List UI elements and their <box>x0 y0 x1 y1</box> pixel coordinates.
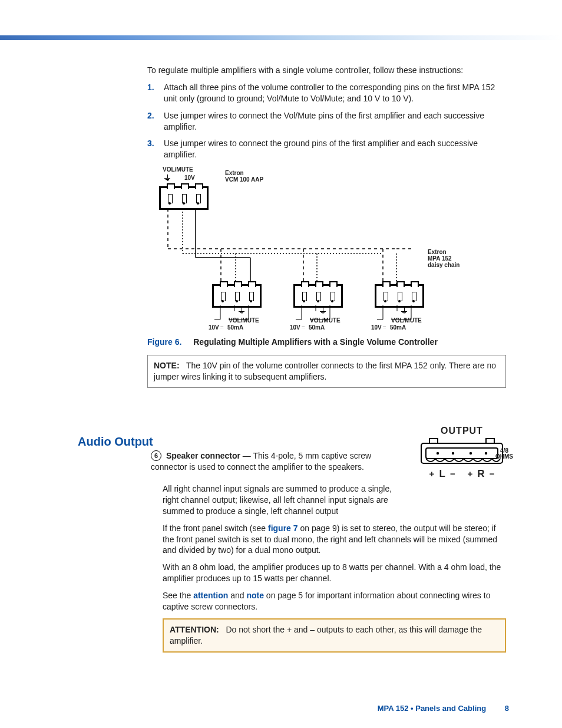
attention-box: ATTENTION: Do not short the + and – outp… <box>163 618 506 653</box>
para-frontpanel: If the front panel switch (see figure 7 … <box>163 523 506 556</box>
inset-lr-labels: + L − + R − <box>412 468 512 480</box>
footer-title: MPA 152 • Panels and Cabling <box>378 704 486 713</box>
figure-caption: Figure 6. Regulating Multiple Amplifiers… <box>147 337 506 347</box>
page-footer: MPA 152 • Panels and Cabling 8 <box>378 704 509 713</box>
svg-point-19 <box>485 452 487 454</box>
figure-6-diagram: VOL/MUTE 10V Extron VCM 100 AAP <box>159 166 459 331</box>
callout-6: 6 <box>151 450 161 461</box>
header-gradient <box>0 35 562 40</box>
steps-list: 1.Attach all three pins of the volume co… <box>147 82 506 160</box>
link-note[interactable]: note <box>246 591 264 600</box>
inset-title: OUTPUT <box>412 426 512 436</box>
step-1: 1.Attach all three pins of the volume co… <box>147 82 506 104</box>
svg-point-18 <box>470 452 472 454</box>
para-see: See the attention and note on page 5 for… <box>163 590 506 612</box>
figure-text: Regulating Multiple Amplifiers with a Si… <box>193 337 438 347</box>
wiring-bottom-svg <box>159 166 459 331</box>
speaker-connector-para: 6 Speaker connector — This 4-pole, 5 mm … <box>151 450 409 473</box>
note-text: The 10V pin of the volume controller con… <box>154 361 496 381</box>
inset-ohms: 4/8 OHMS <box>495 448 513 460</box>
para-load: With an 8 ohm load, the amplifier produc… <box>163 562 506 584</box>
intro-text: To regulate multiple amplifiers with a s… <box>147 65 506 76</box>
link-attention[interactable]: attention <box>193 591 228 600</box>
link-figure-7[interactable]: figure 7 <box>268 523 298 533</box>
note-label: NOTE: <box>154 361 180 370</box>
attention-label: ATTENTION: <box>170 625 219 634</box>
heading-audio-output: Audio Output <box>78 435 153 449</box>
svg-point-17 <box>452 452 454 454</box>
note-box: NOTE: The 10V pin of the volume controll… <box>147 355 506 388</box>
step-3: 3.Use jumper wires to connect the ground… <box>147 138 506 160</box>
step-2: 2.Use jumper wires to connect the Vol/Mu… <box>147 110 506 133</box>
output-connector-inset: OUTPUT 4/8 OHMS + L − + R − <box>412 426 512 490</box>
speaker-connector-bold: Speaker connector <box>166 451 240 460</box>
svg-point-16 <box>437 452 439 454</box>
para-summing: All right channel input signals are summ… <box>163 483 506 517</box>
footer-page: 8 <box>505 704 509 713</box>
figure-label: Figure 6. <box>147 337 181 347</box>
